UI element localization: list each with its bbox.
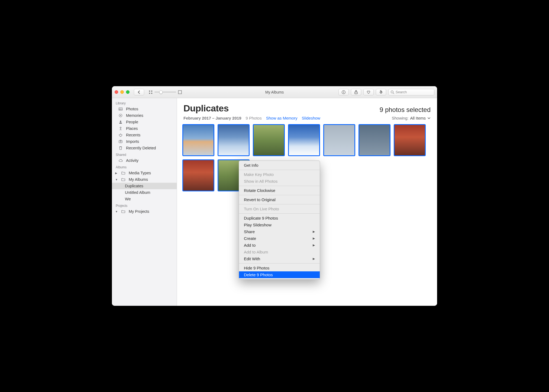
context-menu-separator xyxy=(239,204,320,204)
sidebar-item-activity[interactable]: Activity xyxy=(112,157,177,164)
selection-count: 9 photos selected xyxy=(380,106,431,114)
photo-thumbnail[interactable] xyxy=(394,124,426,156)
sidebar-item-memories[interactable]: Memories xyxy=(112,112,177,119)
slider-track[interactable] xyxy=(154,92,176,92)
memories-icon xyxy=(118,113,123,118)
favorite-button[interactable] xyxy=(363,89,374,95)
sidebar-section-shared: Shared xyxy=(112,151,177,157)
places-icon xyxy=(118,126,123,131)
svg-point-15 xyxy=(120,127,121,128)
heart-icon xyxy=(366,90,371,94)
people-icon xyxy=(118,120,123,124)
sidebar-item-recents[interactable]: Recents xyxy=(112,132,177,138)
close-window-button[interactable] xyxy=(115,90,118,94)
photo-thumbnail[interactable] xyxy=(182,159,214,191)
folder-icon xyxy=(121,177,126,182)
svg-rect-1 xyxy=(151,91,152,92)
svg-rect-3 xyxy=(151,93,152,94)
sidebar-item-label: Imports xyxy=(126,139,139,144)
folder-icon xyxy=(121,171,126,175)
context-menu-item[interactable]: Delete 9 Photos xyxy=(239,271,320,278)
minimize-window-button[interactable] xyxy=(120,90,124,94)
sidebar-item-label: Memories xyxy=(126,113,143,118)
svg-line-10 xyxy=(393,93,394,94)
chevron-right-icon: ▶ xyxy=(313,257,315,261)
context-menu-item[interactable]: Revert to Original xyxy=(239,196,320,203)
context-menu-item-label: Rotate Clockwise xyxy=(244,188,275,193)
context-menu-item-label: Get Info xyxy=(244,163,258,168)
sidebar-item-media-types[interactable]: ▶ Media Types xyxy=(112,170,177,176)
photo-thumbnail[interactable] xyxy=(218,124,250,156)
sidebar: Library Photos Memories People Places Re… xyxy=(112,98,177,306)
context-menu-item-label: Add to Album xyxy=(244,250,268,254)
context-menu-item-label: Share xyxy=(244,229,255,234)
sidebar-item-label: Places xyxy=(126,126,138,131)
context-menu-item[interactable]: Duplicate 9 Photos xyxy=(239,215,320,221)
sidebar-item-label: Recents xyxy=(126,133,140,137)
context-menu-item[interactable]: Create▶ xyxy=(239,235,320,242)
app-window: My Albums Search Library xyxy=(112,86,437,306)
context-menu-item[interactable]: Share▶ xyxy=(239,228,320,235)
info-button[interactable] xyxy=(338,89,349,95)
triangle-down-icon[interactable]: ▼ xyxy=(115,210,118,213)
context-menu-item[interactable]: Add to▶ xyxy=(239,242,320,249)
thumbnail-zoom-slider[interactable] xyxy=(148,90,182,94)
context-menu-item: Show in All Photos xyxy=(239,178,320,185)
showing-value[interactable]: All Items xyxy=(410,116,426,120)
titlebar: My Albums Search xyxy=(112,86,437,98)
imports-icon xyxy=(118,139,123,144)
slider-thumb[interactable] xyxy=(159,90,163,94)
sidebar-album-untitled[interactable]: Untitled Album xyxy=(112,189,177,196)
photo-thumbnail[interactable] xyxy=(323,124,355,156)
rotate-button[interactable] xyxy=(376,89,386,95)
folder-icon xyxy=(121,209,126,214)
context-menu-item-label: Play Slideshow xyxy=(244,223,272,227)
svg-point-6 xyxy=(343,91,344,92)
context-menu-item-label: Hide 9 Photos xyxy=(244,266,269,270)
context-menu-item[interactable]: Edit With▶ xyxy=(239,255,320,262)
back-button[interactable] xyxy=(134,89,144,95)
sidebar-item-label: Media Types xyxy=(129,171,151,175)
sidebar-item-label: My Albums xyxy=(129,177,148,182)
photo-thumbnail[interactable] xyxy=(288,124,320,156)
triangle-right-icon[interactable]: ▶ xyxy=(115,172,118,175)
context-menu-item[interactable]: Play Slideshow xyxy=(239,221,320,228)
fullscreen-window-button[interactable] xyxy=(126,90,130,94)
sidebar-item-imports[interactable]: Imports xyxy=(112,138,177,145)
sidebar-album-duplicates[interactable]: Duplicates xyxy=(112,183,177,189)
photo-thumbnail[interactable] xyxy=(182,124,214,156)
share-button[interactable] xyxy=(351,89,361,95)
sidebar-item-recently-deleted[interactable]: Recently Deleted xyxy=(112,145,177,151)
info-icon xyxy=(341,90,346,94)
context-menu: Get InfoMake Key PhotoShow in All Photos… xyxy=(239,160,320,279)
context-menu-item[interactable]: Get Info xyxy=(239,162,320,169)
context-menu-item[interactable]: Hide 9 Photos xyxy=(239,265,320,271)
search-icon xyxy=(390,90,395,94)
window-controls xyxy=(115,90,130,94)
search-field[interactable]: Search xyxy=(388,89,434,95)
svg-rect-2 xyxy=(149,93,150,94)
sidebar-section-albums: Albums xyxy=(112,164,177,170)
context-menu-separator xyxy=(239,263,320,264)
photo-thumbnail[interactable] xyxy=(253,124,285,156)
context-menu-separator xyxy=(239,195,320,195)
trash-icon xyxy=(118,146,123,150)
context-menu-item[interactable]: Rotate Clockwise xyxy=(239,187,320,194)
sidebar-item-places[interactable]: Places xyxy=(112,125,177,132)
context-menu-item-label: Delete 9 Photos xyxy=(244,272,273,277)
photos-icon xyxy=(118,107,123,111)
chevron-right-icon: ▶ xyxy=(313,243,315,247)
triangle-down-icon[interactable]: ▼ xyxy=(115,178,118,181)
sidebar-item-my-albums[interactable]: ▼ My Albums xyxy=(112,176,177,183)
sidebar-item-people[interactable]: People xyxy=(112,119,177,125)
photo-thumbnail[interactable] xyxy=(359,124,390,156)
sidebar-album-we[interactable]: We xyxy=(112,196,177,202)
sidebar-section-library: Library xyxy=(112,100,177,106)
slideshow-link[interactable]: Slideshow xyxy=(302,116,320,120)
svg-rect-0 xyxy=(149,91,150,92)
sidebar-item-photos[interactable]: Photos xyxy=(112,106,177,112)
show-as-memory-link[interactable]: Show as Memory xyxy=(266,116,298,120)
chevron-right-icon: ▶ xyxy=(313,237,315,240)
sidebar-item-my-projects[interactable]: ▼ My Projects xyxy=(112,208,177,215)
recents-icon xyxy=(118,133,123,137)
